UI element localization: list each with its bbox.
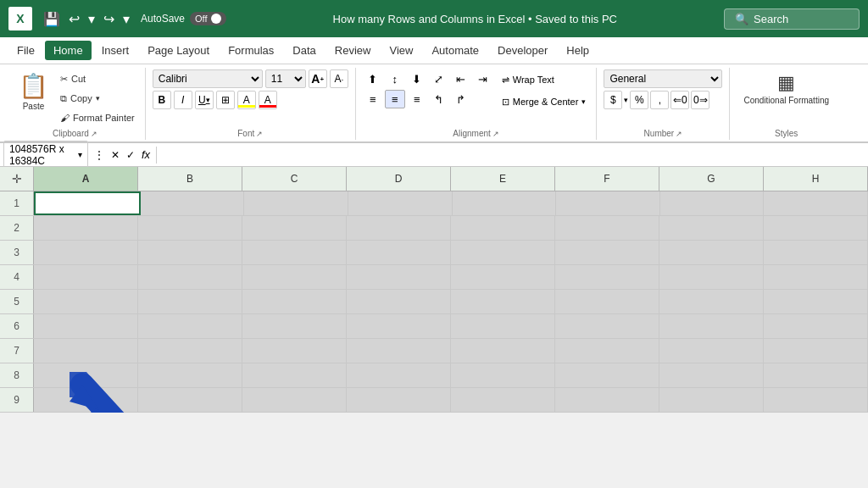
cell-F4[interactable] [555,265,659,289]
cell-E3[interactable] [451,241,555,264]
cell-B9[interactable] [138,388,242,412]
cell-H1[interactable] [764,191,868,215]
ltr-button[interactable]: ↱ [451,90,471,108]
cell-C5[interactable] [242,290,347,313]
cell-H7[interactable] [764,339,868,363]
increase-decimal-button[interactable]: 0⇒ [691,91,709,109]
row-header-4[interactable]: 4 [0,265,34,289]
align-left-button[interactable]: ≡ [363,90,383,108]
align-bottom-button[interactable]: ⬇ [407,69,427,88]
row-header-3[interactable]: 3 [0,241,34,264]
borders-button[interactable]: ⊞ [216,91,235,109]
menu-view[interactable]: View [381,41,421,60]
underline-dropdown[interactable]: ▾ [206,96,210,104]
cell-H3[interactable] [764,241,868,264]
cell-D5[interactable] [347,290,451,313]
percent-button[interactable]: % [630,91,648,109]
cell-E2[interactable] [451,216,555,240]
cell-D7[interactable] [347,339,451,363]
cell-H4[interactable] [764,265,868,289]
menu-insert[interactable]: Insert [93,41,138,60]
cell-E9[interactable] [451,388,555,412]
alignment-expand-icon[interactable]: ↗ [492,130,499,138]
cell-F2[interactable] [555,216,659,240]
cell-B6[interactable] [138,314,242,338]
col-header-c[interactable]: C [242,167,347,191]
cancel-icon[interactable]: ✕ [108,149,122,161]
copy-dropdown[interactable]: ▾ [96,94,100,103]
font-expand-icon[interactable]: ↗ [256,130,263,138]
cell-E6[interactable] [451,314,555,338]
font-color-button[interactable]: A [259,91,277,109]
cell-B8[interactable] [138,363,242,387]
cell-B7[interactable] [138,339,242,363]
decrease-font-button[interactable]: A- [330,69,348,88]
cell-B1[interactable] [141,191,245,215]
cell-A8[interactable] [34,363,138,387]
text-direction-button[interactable]: ⤢ [429,69,449,88]
number-format-select[interactable]: General [604,69,722,88]
col-header-e[interactable]: E [451,167,555,191]
indent-decrease-button[interactable]: ⇤ [451,69,471,88]
cell-D8[interactable] [347,363,451,387]
cell-C9[interactable] [242,388,347,412]
customize-button[interactable]: ▾ [120,9,132,29]
cell-F6[interactable] [555,314,659,338]
cell-B4[interactable] [138,265,242,289]
merge-center-button[interactable]: ⊡ Merge & Center ▾ [498,92,590,112]
cell-H2[interactable] [764,216,868,240]
merge-dropdown[interactable]: ▾ [581,97,586,106]
decrease-decimal-button[interactable]: ⇐0 [670,91,689,109]
cell-G3[interactable] [659,241,764,264]
row-header-8[interactable]: 8 [0,363,34,387]
col-header-g[interactable]: G [659,167,764,191]
indent-increase-button[interactable]: ⇥ [473,69,493,88]
cell-A3[interactable] [34,241,138,264]
cell-C4[interactable] [242,265,347,289]
comma-button[interactable]: , [650,91,669,109]
search-box[interactable]: 🔍 Search [724,8,860,30]
font-size-select[interactable]: 11 [265,69,306,88]
italic-button[interactable]: I [174,91,192,109]
row-header-7[interactable]: 7 [0,339,34,363]
copy-button[interactable]: ⧉ Copy ▾ [57,89,138,108]
bold-button[interactable]: B [153,91,171,109]
cell-A9[interactable] [34,388,138,412]
formula-input[interactable] [160,149,865,161]
cell-C2[interactable] [242,216,347,240]
cell-F7[interactable] [555,339,659,363]
cell-C6[interactable] [242,314,347,338]
fx-icon[interactable]: fx [139,148,153,161]
menu-developer[interactable]: Developer [489,41,556,60]
col-header-b[interactable]: B [138,167,242,191]
save-button[interactable]: 💾 [41,9,63,29]
confirm-icon[interactable]: ✓ [124,149,137,161]
cell-G6[interactable] [659,314,764,338]
row-header-5[interactable]: 5 [0,290,34,313]
menu-data[interactable]: Data [284,41,324,60]
col-header-d[interactable]: D [347,167,451,191]
increase-font-button[interactable]: A+ [309,69,327,88]
menu-automate[interactable]: Automate [423,41,487,60]
cell-D6[interactable] [347,314,451,338]
cell-ref-dropdown[interactable]: ▾ [78,150,82,159]
rtl-button[interactable]: ↰ [429,90,449,108]
cell-G4[interactable] [659,265,764,289]
undo-dropdown[interactable]: ▾ [86,9,97,29]
cell-A7[interactable] [34,339,138,363]
col-header-a[interactable]: A [34,167,138,191]
underline-button[interactable]: U ▾ [195,91,214,109]
number-expand-icon[interactable]: ↗ [676,130,682,138]
menu-page-layout[interactable]: Page Layout [139,41,218,60]
align-middle-button[interactable]: ↕ [385,69,405,88]
font-family-select[interactable]: Calibri [153,69,263,88]
cell-B2[interactable] [138,216,242,240]
menu-formulas[interactable]: Formulas [220,41,282,60]
cell-E5[interactable] [451,290,555,313]
cell-D1[interactable] [348,191,453,215]
cell-E7[interactable] [451,339,555,363]
cell-D3[interactable] [347,241,451,264]
redo-button[interactable]: ↪ [101,9,117,29]
row-header-1[interactable]: 1 [0,191,34,215]
row-header-9[interactable]: 9 [0,388,34,412]
